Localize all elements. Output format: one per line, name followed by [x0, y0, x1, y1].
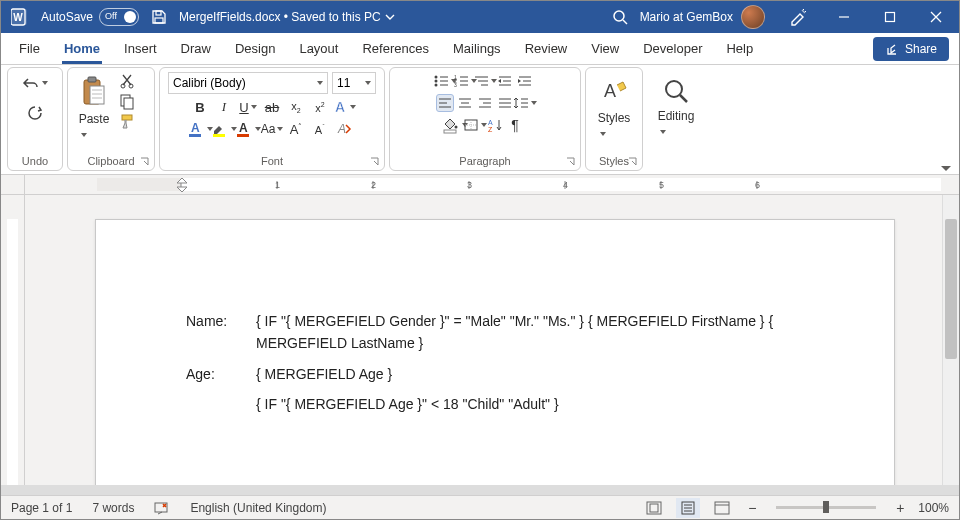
- view-focus-button[interactable]: [642, 498, 666, 518]
- editing-button[interactable]: Editing: [653, 71, 699, 143]
- decrease-indent-button[interactable]: [496, 72, 514, 90]
- redo-button[interactable]: [20, 102, 50, 124]
- title-bar: W AutoSave Off MergeIfFields.docx • Save…: [1, 1, 959, 33]
- share-icon: [885, 42, 899, 56]
- svg-text:Z: Z: [488, 126, 493, 133]
- paragraph-launcher-icon[interactable]: [566, 157, 576, 167]
- font-color2-button[interactable]: A: [191, 120, 209, 138]
- status-words[interactable]: 7 words: [92, 501, 134, 515]
- status-spellcheck[interactable]: [154, 501, 170, 515]
- share-button[interactable]: Share: [873, 37, 949, 61]
- tab-home[interactable]: Home: [52, 32, 112, 64]
- increase-indent-button[interactable]: [516, 72, 534, 90]
- superscript-button[interactable]: x2: [311, 98, 329, 116]
- copy-button[interactable]: [118, 92, 136, 110]
- font-color-button[interactable]: A: [239, 120, 257, 138]
- search-button[interactable]: [600, 9, 640, 25]
- group-font-label: Font: [160, 153, 384, 170]
- bold-button[interactable]: B: [191, 98, 209, 116]
- vertical-ruler[interactable]: [1, 195, 25, 485]
- autosave-state: Off: [105, 11, 117, 21]
- text-effects-button[interactable]: A: [335, 98, 353, 116]
- justify-button[interactable]: [496, 94, 514, 112]
- sort-button[interactable]: AZ: [486, 116, 504, 134]
- document-title[interactable]: MergeIfFields.docx • Saved to this PC: [179, 10, 381, 24]
- status-language[interactable]: English (United Kingdom): [190, 501, 326, 515]
- highlight-button[interactable]: [215, 120, 233, 138]
- undo-button[interactable]: [15, 72, 55, 94]
- align-right-button[interactable]: [476, 94, 494, 112]
- autosave-toggle[interactable]: AutoSave Off: [41, 8, 139, 26]
- clear-formatting-button[interactable]: A: [335, 120, 353, 138]
- vertical-scrollbar[interactable]: [942, 195, 959, 485]
- tab-layout[interactable]: Layout: [287, 32, 350, 64]
- paste-label: Paste: [79, 112, 110, 140]
- numbering-button[interactable]: 123: [456, 72, 474, 90]
- shrink-font-button[interactable]: A˅: [311, 120, 329, 138]
- svg-point-27: [435, 76, 438, 79]
- subscript-button[interactable]: x2: [287, 98, 305, 116]
- close-button[interactable]: [913, 1, 959, 33]
- tab-review[interactable]: Review: [513, 32, 580, 64]
- field-label: Name:: [186, 310, 256, 355]
- clipboard-launcher-icon[interactable]: [140, 157, 150, 167]
- tab-design[interactable]: Design: [223, 32, 287, 64]
- paste-button[interactable]: Paste: [74, 72, 114, 144]
- ribbon: Undo Paste Clipboard Calibri (Body) 11: [1, 65, 959, 175]
- font-size-combo[interactable]: 11: [332, 72, 376, 94]
- first-line-indent-marker[interactable]: [176, 177, 188, 193]
- underline-button[interactable]: U: [239, 98, 257, 116]
- group-font: Calibri (Body) 11 B I U ab x2 x2 A A A A…: [159, 67, 385, 171]
- format-painter-button[interactable]: [118, 112, 136, 130]
- document-canvas[interactable]: Name: { IF "{ MERGEFIELD Gender }" = "Ma…: [25, 195, 942, 485]
- shading-button[interactable]: [446, 116, 464, 134]
- zoom-level[interactable]: 100%: [918, 501, 949, 515]
- styles-launcher-icon[interactable]: [628, 157, 638, 167]
- title-dropdown-icon[interactable]: [385, 13, 395, 21]
- tab-developer[interactable]: Developer: [631, 32, 714, 64]
- status-page[interactable]: Page 1 of 1: [11, 501, 72, 515]
- align-center-button[interactable]: [456, 94, 474, 112]
- tab-file[interactable]: File: [7, 32, 52, 64]
- borders-button[interactable]: [466, 116, 484, 134]
- font-launcher-icon[interactable]: [370, 157, 380, 167]
- show-marks-button[interactable]: ¶: [506, 116, 524, 134]
- font-name-combo[interactable]: Calibri (Body): [168, 72, 328, 94]
- save-button[interactable]: [149, 7, 169, 27]
- strikethrough-button[interactable]: ab: [263, 98, 281, 116]
- tab-view[interactable]: View: [579, 32, 631, 64]
- svg-text:A: A: [604, 81, 616, 101]
- italic-button[interactable]: I: [215, 98, 233, 116]
- avatar: [741, 5, 765, 29]
- align-left-button[interactable]: [436, 94, 454, 112]
- maximize-button[interactable]: [867, 1, 913, 33]
- change-case-button[interactable]: Aa: [263, 120, 281, 138]
- tab-draw[interactable]: Draw: [169, 32, 223, 64]
- grow-font-button[interactable]: A˄: [287, 120, 305, 138]
- field-row: Name: { IF "{ MERGEFIELD Gender }" = "Ma…: [186, 310, 804, 355]
- tab-insert[interactable]: Insert: [112, 32, 169, 64]
- zoom-out-button[interactable]: −: [744, 500, 760, 516]
- bullets-button[interactable]: [436, 72, 454, 90]
- document-area: Name: { IF "{ MERGEFIELD Gender }" = "Ma…: [1, 195, 959, 485]
- tab-references[interactable]: References: [350, 32, 440, 64]
- coming-soon-button[interactable]: [775, 1, 821, 33]
- zoom-in-button[interactable]: +: [892, 500, 908, 516]
- multilevel-button[interactable]: [476, 72, 494, 90]
- tab-help[interactable]: Help: [714, 32, 765, 64]
- view-print-button[interactable]: [676, 498, 700, 518]
- document-body[interactable]: Name: { IF "{ MERGEFIELD Gender }" = "Ma…: [96, 220, 894, 416]
- cut-button[interactable]: [118, 72, 136, 90]
- svg-text:A: A: [335, 99, 345, 115]
- field-label: Age:: [186, 363, 256, 385]
- svg-text:W: W: [13, 12, 23, 23]
- svg-rect-8: [886, 13, 895, 22]
- view-web-button[interactable]: [710, 498, 734, 518]
- user-account[interactable]: Mario at GemBox: [640, 5, 765, 29]
- zoom-slider[interactable]: [776, 506, 876, 509]
- styles-button[interactable]: A Styles: [592, 72, 636, 144]
- horizontal-ruler[interactable]: 123456: [1, 175, 959, 195]
- line-spacing-button[interactable]: [516, 94, 534, 112]
- tab-mailings[interactable]: Mailings: [441, 32, 513, 64]
- minimize-button[interactable]: [821, 1, 867, 33]
